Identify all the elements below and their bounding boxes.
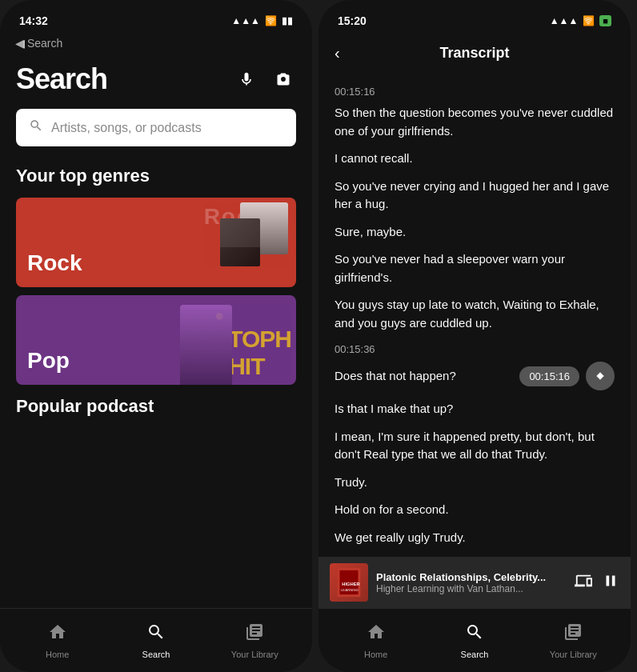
search-icon <box>29 118 43 137</box>
rock-decoration: Rock T <box>156 198 296 287</box>
svg-text:HIGHER: HIGHER <box>342 582 360 586</box>
status-icons-left: ▲▲▲ 🛜 ▮▮ <box>231 15 293 26</box>
status-icons-right: ▲▲▲ 🛜 ■ <box>550 15 611 26</box>
mini-player-thumb: HIGHER LEARNING <box>330 563 368 602</box>
pop-decoration: TOPHHIT <box>156 295 296 385</box>
scroll-indicator[interactable] <box>586 362 615 390</box>
line-2-0: Does that not happen? <box>335 367 519 386</box>
back-nav[interactable]: ◀ ◀ Search <box>0 35 312 56</box>
search-page-title: Search <box>16 62 107 96</box>
bubble-row: Does that not happen? 00:15:16 <box>335 362 615 390</box>
mini-device-icon[interactable] <box>575 572 592 594</box>
genre-pop-label: Pop <box>27 348 70 374</box>
nav-search-left[interactable]: Search <box>106 622 205 659</box>
battery-icon: ▮▮ <box>282 15 293 26</box>
right-phone: 15:20 ▲▲▲ 🛜 ■ ‹ Transcript 00:15:16 So t… <box>318 0 631 672</box>
line-1-5: You guys stay up late to watch, Waiting … <box>335 296 615 332</box>
nav-home-right[interactable]: Home <box>327 622 425 659</box>
mic-button[interactable] <box>234 66 259 92</box>
transcript-header: ‹ Transcript <box>318 35 631 68</box>
library-icon-left <box>245 622 264 646</box>
home-label-left: Home <box>46 650 69 659</box>
home-label-right: Home <box>364 650 387 659</box>
bottom-nav-left: Home Search Your Library <box>0 608 312 672</box>
line-2-3: Trudy. <box>335 474 615 492</box>
search-label-left: Search <box>142 650 170 659</box>
nav-search-right[interactable]: Search <box>425 622 523 659</box>
line-1-0: So then the question becomes you've neve… <box>335 104 615 140</box>
timestamp-bubble[interactable]: 00:15:16 <box>519 366 579 386</box>
pop-deco-text: TOPHHIT <box>228 326 291 380</box>
genre-card-rock[interactable]: Rock Rock T <box>16 198 296 287</box>
signal-icon: ▲▲▲ <box>231 15 260 26</box>
mini-player-title: Platonic Relationships, Celebrity... <box>376 571 567 583</box>
timestamp-2: 00:15:36 <box>335 343 615 355</box>
search-title-icons <box>234 66 296 92</box>
mini-player-info: Platonic Relationships, Celebrity... Hig… <box>376 571 567 594</box>
timestamp-1: 00:15:16 <box>335 86 615 98</box>
library-label-right: Your Library <box>550 650 597 659</box>
camera-button[interactable] <box>270 66 296 92</box>
line-2-1: Is that I make that up? <box>335 400 615 418</box>
mini-player[interactable]: HIGHER LEARNING Platonic Relationships, … <box>318 557 631 608</box>
search-input-box[interactable]: Artists, songs, or podcasts <box>16 109 296 146</box>
nav-library-right[interactable]: Your Library <box>524 622 623 659</box>
line-2-4: Hold on for a second. <box>335 501 615 519</box>
battery-icon-right: ■ <box>599 15 611 26</box>
transcript-scroll-area[interactable]: 00:15:16 So then the question becomes yo… <box>318 68 631 566</box>
back-arrow-right[interactable]: ‹ <box>335 44 340 62</box>
time-right: 15:20 <box>338 14 367 27</box>
nav-home-left[interactable]: Home <box>8 622 106 659</box>
search-label-right: Search <box>461 650 489 659</box>
top-genres-title: Your top genres <box>16 166 296 186</box>
search-placeholder-text: Artists, songs, or podcasts <box>51 121 202 135</box>
wifi-icon: 🛜 <box>265 15 277 26</box>
line-2-5: We get really ugly Trudy. <box>335 529 615 547</box>
search-icon-left <box>146 622 166 646</box>
mini-player-subtitle: Higher Learning with Van Lathan... <box>376 583 567 594</box>
popular-title: Popular podcast <box>16 396 296 417</box>
wifi-icon-right: 🛜 <box>583 15 595 26</box>
mini-pause-button[interactable] <box>602 572 619 594</box>
search-icon-right <box>465 622 484 646</box>
genre-card-pop[interactable]: Pop ● TOPHHIT <box>16 295 296 385</box>
nav-library-left[interactable]: Your Library <box>206 622 304 659</box>
line-1-1: I cannot recall. <box>335 150 615 168</box>
status-bar-left: 14:32 ▲▲▲ 🛜 ▮▮ <box>0 0 312 35</box>
time-left: 14:32 <box>19 14 48 27</box>
transcript-body: 00:15:16 So then the question becomes yo… <box>318 68 631 566</box>
line-1-4: So you've never had a sleepover warn you… <box>335 250 615 286</box>
back-label: ◀ Search <box>15 37 62 50</box>
line-1-3: Sure, maybe. <box>335 223 615 242</box>
transcript-title: Transcript <box>439 45 509 62</box>
left-main-content: Search Artists, songs, or podcasts Your … <box>0 56 312 629</box>
home-icon-right <box>367 622 386 646</box>
library-label-left: Your Library <box>231 650 278 659</box>
home-icon-left <box>48 622 67 646</box>
status-bar-right: 15:20 ▲▲▲ 🛜 ■ <box>318 0 631 35</box>
bottom-nav-right: Home Search Your Library <box>318 608 631 672</box>
mini-player-controls <box>575 572 619 594</box>
library-icon-right <box>563 622 583 646</box>
search-heading-row: Search <box>16 62 296 96</box>
popular-section-header: Popular podcast <box>16 396 296 417</box>
signal-icon-right: ▲▲▲ <box>550 15 579 26</box>
line-1-2: So you've never crying and I hugged her … <box>335 178 615 214</box>
genre-rock-label: Rock <box>27 250 82 276</box>
left-phone: 14:32 ▲▲▲ 🛜 ▮▮ ◀ ◀ Search Search <box>0 0 312 672</box>
genre-grid: Rock Rock T Pop ● <box>16 198 296 385</box>
svg-text:LEARNING: LEARNING <box>341 588 359 592</box>
line-2-2: I mean, I'm sure it happened pretty, but… <box>335 428 615 464</box>
